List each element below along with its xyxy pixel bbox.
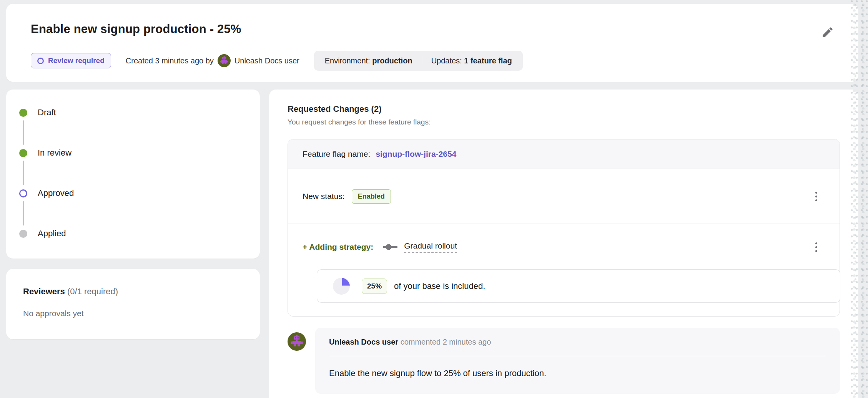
created-text: Created 3 minutes ago by: [126, 56, 214, 65]
reviewers-requirement: (0/1 required): [67, 287, 118, 296]
reviewers-empty-message: No approvals yet: [23, 309, 84, 318]
updates-label: Updates:: [431, 56, 462, 65]
commenter-avatar: [288, 332, 306, 351]
pencil-icon: [821, 26, 834, 39]
adding-strategy-row: + Adding strategy: Gradual rollout: [303, 235, 820, 259]
timeline-step-label: In review: [38, 148, 72, 158]
timeline-step-label: Approved: [38, 188, 74, 198]
timeline-step-label: Applied: [38, 229, 66, 239]
comment-divider: [329, 356, 826, 356]
timeline-step-applied: Applied: [19, 229, 66, 238]
comment-card: Unleash Docs user commented 2 minutes ag…: [315, 328, 840, 394]
enabled-badge: Enabled: [352, 189, 391, 204]
gradual-rollout-icon: [382, 244, 398, 250]
reviewers-card: Reviewers (0/1 required) No approvals ye…: [6, 269, 260, 339]
author-name: Unleash Docs user: [234, 56, 299, 65]
change-request-header-card: Enable new signup production - 25% Revie…: [6, 4, 858, 82]
timeline-card: Draft In review Approved Applied: [6, 90, 260, 259]
timeline-step-label: Draft: [38, 108, 56, 118]
flag-name-label: Feature flag name:: [303, 149, 370, 159]
timeline-step-approved: Approved: [19, 189, 74, 198]
timeline-connector: [23, 161, 24, 185]
circle-outline-icon: [37, 58, 44, 64]
feature-flag-change-card: Feature flag name: signup-flow-jira-2654…: [288, 139, 840, 317]
step-completed-dot-icon: [19, 149, 27, 157]
requested-changes-card: Requested Changes (2) You request change…: [269, 90, 858, 398]
comment-body: Enable the new signup flow to 25% of use…: [329, 368, 826, 378]
step-current-ring-icon: [19, 189, 27, 197]
requested-changes-title: Requested Changes (2): [288, 104, 382, 114]
strategy-section: + Adding strategy: Gradual rollout 25% o…: [288, 224, 840, 316]
environment-field: Environment: production: [325, 56, 412, 65]
environment-value: production: [372, 56, 412, 65]
comment-header: Unleash Docs user commented 2 minutes ag…: [329, 338, 826, 347]
rollout-summary-card: 25% of your base is included.: [317, 269, 840, 303]
status-badge: Review required: [31, 53, 111, 68]
status-badge-label: Review required: [48, 56, 105, 65]
adding-strategy-label: + Adding strategy:: [303, 242, 373, 252]
strategy-name-link[interactable]: Gradual rollout: [404, 241, 457, 253]
author-avatar: [218, 54, 231, 67]
timeline-step-draft: Draft: [19, 108, 56, 117]
pie-quarter-icon: [333, 277, 350, 295]
new-status-row: New status: Enabled: [288, 169, 840, 224]
rollout-percentage-badge: 25%: [362, 279, 387, 294]
requested-changes-subtitle: You request changes for these feature fl…: [288, 118, 431, 126]
pill-divider: [422, 55, 422, 66]
new-status-label: New status:: [303, 192, 345, 201]
status-kebab-menu-icon[interactable]: [812, 189, 820, 204]
edit-button[interactable]: [819, 24, 836, 41]
timeline-connector: [23, 201, 24, 226]
strategy-kebab-menu-icon[interactable]: [812, 239, 820, 255]
step-completed-dot-icon: [19, 109, 27, 117]
comment-author: Unleash Docs user: [329, 338, 398, 346]
updates-field: Updates: 1 feature flag: [431, 56, 512, 65]
environment-pill: Environment: production Updates: 1 featu…: [314, 51, 523, 71]
timeline-connector: [23, 120, 24, 145]
environment-label: Environment:: [325, 56, 370, 65]
comment-meta: commented 2 minutes ago: [401, 338, 491, 346]
background-texture: [850, 0, 868, 398]
reviewers-title: Reviewers (0/1 required): [23, 287, 118, 297]
page-title: Enable new signup production - 25%: [31, 22, 241, 36]
header-meta-row: Review required Created 3 minutes ago by…: [31, 51, 523, 71]
flag-card-header: Feature flag name: signup-flow-jira-2654: [288, 139, 840, 169]
flag-name-link[interactable]: signup-flow-jira-2654: [376, 149, 456, 159]
timeline-step-in-review: In review: [19, 148, 72, 158]
reviewers-label: Reviewers: [23, 287, 65, 296]
created-by-group: Created 3 minutes ago by Unleash Docs us…: [126, 54, 299, 67]
updates-value: 1 feature flag: [464, 56, 512, 65]
rollout-description: of your base is included.: [394, 281, 485, 291]
step-pending-dot-icon: [19, 230, 27, 238]
comment-block: Unleash Docs user commented 2 minutes ag…: [288, 328, 840, 394]
